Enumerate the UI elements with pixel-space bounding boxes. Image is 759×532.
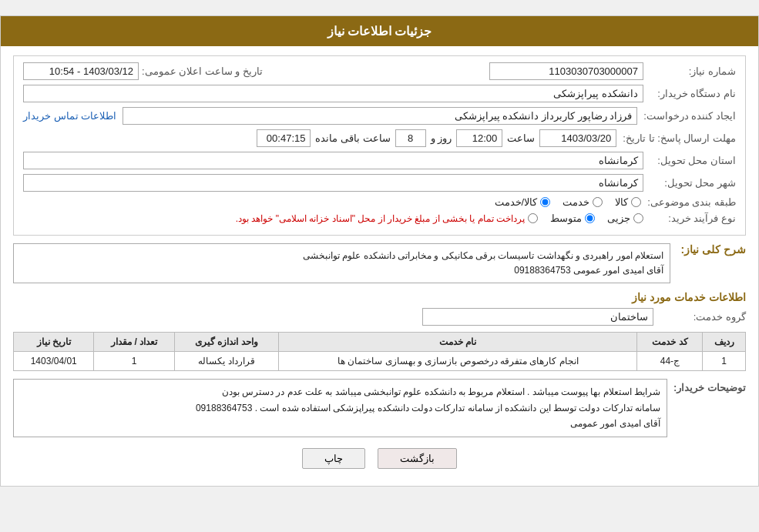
countdown-value: 00:47:15 xyxy=(257,129,311,147)
nov-asnad-radio[interactable] xyxy=(528,213,538,223)
row-ostan: استان محل تحویل: کرمانشاه xyxy=(23,152,736,169)
nov-jozee-radio[interactable] xyxy=(633,213,643,223)
nov-motavas-item: متوسط xyxy=(550,212,595,224)
tabe-kala-label: کالا xyxy=(615,196,628,208)
nov-asnad-item: پرداخت تمام یا بخشی از مبلغ خریدار از مح… xyxy=(236,213,538,224)
sharh-phone: 09188364753 آقای امیدی امور عمومی xyxy=(514,263,663,278)
tabe-kala-item: کالا xyxy=(615,196,641,208)
services-table: ردیف کد خدمت نام خدمت واحد اندازه گیری ت… xyxy=(13,332,746,371)
nov-jozee-item: جزیی xyxy=(607,212,643,224)
print-button[interactable]: چاپ xyxy=(302,448,365,469)
ettelaat-link[interactable]: اطلاعات تماس خریدار xyxy=(23,110,116,122)
goroh-value: ساختمان xyxy=(422,308,653,326)
tabe-label: طبقه بندی موضوعی: xyxy=(641,196,736,208)
table-header-row: ردیف کد خدمت نام خدمت واحد اندازه گیری ت… xyxy=(14,333,746,352)
row-nam-dastgah: نام دستگاه خریدار: دانشکده پیراپزشکی xyxy=(23,85,736,102)
row-tabe: طبقه بندی موضوعی: کالا خدمت کالا/خدمت xyxy=(23,196,736,208)
sharh-label: شرح کلی نیاز: xyxy=(677,243,746,256)
col-vahed: واحد اندازه گیری xyxy=(174,333,278,352)
col-radif: ردیف xyxy=(703,333,746,352)
page-header: جزئیات اطلاعات نیاز xyxy=(1,16,758,46)
cell-radif: 1 xyxy=(703,352,746,371)
service-section: اطلاعات خدمات مورد نیاز گروه خدمت: ساختم… xyxy=(13,291,746,371)
cell-name: انجام کارهای متفرقه درخصوص بازسازی و بهس… xyxy=(279,352,637,371)
cell-tarikh: 1403/04/01 xyxy=(14,352,94,371)
row-eijad: ایجاد کننده درخواست: فرزاد رضاپور کاربرد… xyxy=(23,107,736,125)
eijad-label: ایجاد کننده درخواست: xyxy=(637,110,736,122)
top-info-section: شماره نیاز: 1103030703000007 تاریخ و ساع… xyxy=(13,55,746,236)
row-nov: نوع فرآیند خرید: جزیی متوسط پرداخت تمام … xyxy=(23,212,736,224)
ostan-value: کرمانشاه xyxy=(23,152,643,169)
mohlat-date: 1403/03/20 xyxy=(539,129,616,147)
nov-motavas-radio[interactable] xyxy=(585,213,595,223)
shomara-label: شماره نیاز: xyxy=(643,65,736,77)
tabe-kala-khadamat-label: کالا/خدمت xyxy=(495,196,538,208)
tabe-radio-group: کالا خدمت کالا/خدمت xyxy=(495,196,642,208)
eijad-value: فرزاد رضاپور کاربرداز دانشکده پیراپزشکی xyxy=(123,107,637,125)
goroh-row: گروه خدمت: ساختمان xyxy=(13,308,746,326)
tabe-khadamat-radio[interactable] xyxy=(593,197,603,207)
cell-tedad: 1 xyxy=(94,352,174,371)
notes-line1: شرایط استعلام بها پیوست میباشد . استعلام… xyxy=(222,386,660,397)
notes-line3: آقای امیدی امور عمومی xyxy=(570,418,660,429)
notes-section: توضیحات خریدار: شرایط استعلام بها پیوست … xyxy=(13,379,746,437)
mohlat-time-label: ساعت xyxy=(507,132,535,144)
tabe-khadamat-label: خدمت xyxy=(563,196,589,208)
ostan-label: استان محل تحویل: xyxy=(643,155,736,166)
table-row: 1 ج-44 انجام کارهای متفرقه درخصوص بازساز… xyxy=(14,352,746,371)
row-mohlat: مهلت ارسال پاسخ: تا تاریخ: 1403/03/20 سا… xyxy=(23,129,736,147)
main-content: شماره نیاز: 1103030703000007 تاریخ و ساع… xyxy=(1,46,758,486)
mohlat-time: 12:00 xyxy=(456,129,502,147)
tabe-kala-khadamat-item: کالا/خدمت xyxy=(495,196,551,208)
back-button[interactable]: بازگشت xyxy=(378,448,457,469)
mohlat-day-label: روز و xyxy=(431,132,452,144)
page-title: جزئیات اطلاعات نیاز xyxy=(327,25,432,38)
notes-label: توضیحات خریدار: xyxy=(673,379,746,393)
tabe-khadamat-item: خدمت xyxy=(563,196,603,208)
tarikh-elam-value: 1403/03/12 - 10:54 xyxy=(23,62,139,80)
cell-kod: ج-44 xyxy=(637,352,703,371)
mohlat-label: مهلت ارسال پاسخ: تا تاریخ: xyxy=(616,132,736,144)
goroh-label: گروه خدمت: xyxy=(653,311,746,323)
page-wrapper: جزئیات اطلاعات نیاز شماره نیاز: 11030307… xyxy=(0,15,759,487)
row-shomara: شماره نیاز: 1103030703000007 تاریخ و ساع… xyxy=(23,62,736,80)
tarikh-elam-label: تاریخ و ساعت اعلان عمومی: xyxy=(139,65,263,77)
mohlat-day: 8 xyxy=(395,129,426,147)
nov-radio-group: جزیی متوسط پرداخت تمام یا بخشی از مبلغ خ… xyxy=(236,212,643,224)
notes-content: شرایط استعلام بها پیوست میباشد . استعلام… xyxy=(13,379,667,437)
nov-jozee-label: جزیی xyxy=(607,212,630,224)
sharh-value: استعلام امور راهبردی و نگهداشت تاسیسات ب… xyxy=(13,243,670,283)
nam-dastgah-label: نام دستگاه خریدار: xyxy=(643,88,736,99)
nov-asnad-label: پرداخت تمام یا بخشی از مبلغ خریدار از مح… xyxy=(236,213,525,224)
shomara-value: 1103030703000007 xyxy=(489,62,643,80)
shahr-label: شهر محل تحویل: xyxy=(643,177,736,189)
nam-dastgah-value: دانشکده پیراپزشکی xyxy=(23,85,643,102)
tabe-kala-radio[interactable] xyxy=(631,197,641,207)
nov-label: نوع فرآیند خرید: xyxy=(643,212,736,224)
sharh-section: شرح کلی نیاز: استعلام امور راهبردی و نگه… xyxy=(13,243,746,283)
buttons-row: بازگشت چاپ xyxy=(13,448,746,469)
khadamat-title: اطلاعات خدمات مورد نیاز xyxy=(13,291,746,303)
notes-line2: سامانه تدارکات دولت توسط این دانشکده از … xyxy=(196,403,660,413)
tabe-kala-khadamat-radio[interactable] xyxy=(540,197,550,207)
nov-motavas-label: متوسط xyxy=(550,212,582,224)
row-shahr: شهر محل تحویل: کرمانشاه xyxy=(23,174,736,192)
col-tedad: تعداد / مقدار xyxy=(94,333,174,352)
countdown-label: ساعت باقی مانده xyxy=(315,132,390,144)
shahr-value: کرمانشاه xyxy=(23,174,643,192)
col-kod: کد خدمت xyxy=(637,333,703,352)
col-tarikh: تاریخ نیاز xyxy=(14,333,94,352)
col-name: نام خدمت xyxy=(279,333,637,352)
cell-vahed: قرارداد یکساله xyxy=(174,352,278,371)
